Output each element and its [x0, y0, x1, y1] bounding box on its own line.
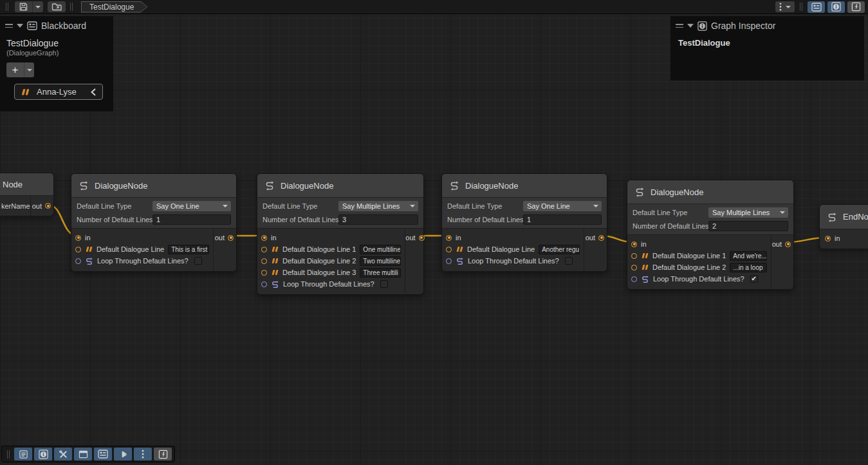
blackboard-panel: Blackboard TestDialogue (DialogueGraph) …	[0, 16, 113, 111]
out-port[interactable]	[419, 235, 425, 241]
loop-icon	[456, 257, 464, 265]
dropdown-arrow-icon	[35, 6, 41, 8]
graph-inspector-toggle-button[interactable]	[827, 1, 845, 13]
in-port[interactable]	[75, 235, 81, 241]
node-header[interactable]: DialogueNode	[71, 174, 236, 198]
dialogue-node-1[interactable]: DialogueNode Default Line Type Say One L…	[71, 173, 237, 272]
save-button[interactable]	[15, 1, 33, 12]
in-port[interactable]	[261, 235, 267, 241]
graph-canvas[interactable]: Node kerName out DialogueNode Default Li…	[0, 0, 868, 465]
more-options-button[interactable]	[134, 448, 152, 460]
node-header[interactable]: EndNode	[820, 205, 868, 229]
line-type-dropdown[interactable]: Say Multiple Lines	[338, 201, 418, 211]
num-lines-field[interactable]: 1	[152, 214, 231, 225]
num-lines-field[interactable]: 2	[708, 221, 788, 231]
panel-drag-handle-icon[interactable]	[676, 24, 683, 28]
window-toggle-button[interactable]	[74, 448, 92, 460]
dialogue-node-icon	[827, 212, 837, 222]
out-port[interactable]	[45, 203, 51, 209]
out-port[interactable]	[228, 235, 234, 241]
node-header[interactable]: DialogueNode	[257, 174, 423, 198]
loop-port[interactable]	[631, 276, 637, 282]
toolbar-separator	[800, 3, 802, 11]
line-port[interactable]	[446, 247, 452, 252]
dialogue-line-field[interactable]: ...in a loop	[730, 263, 767, 272]
line-port[interactable]	[631, 253, 637, 259]
live-preview-toggle-button[interactable]	[154, 448, 172, 460]
line-port[interactable]	[261, 270, 267, 276]
in-port[interactable]	[825, 236, 831, 242]
in-port[interactable]	[631, 242, 637, 247]
dialogue-line-field[interactable]: Three multili	[360, 268, 401, 278]
field-value: Two multiline	[363, 258, 400, 265]
end-node[interactable]: EndNode in	[819, 204, 868, 249]
chevron-left-icon[interactable]	[90, 88, 97, 96]
node-header[interactable]: Node	[0, 173, 53, 196]
collapse-arrow-icon[interactable]	[17, 24, 23, 28]
quote-icon	[21, 88, 30, 97]
dialogue-line-field[interactable]: And we're...	[730, 251, 767, 261]
dropdown-arrow-icon	[27, 69, 32, 71]
node-title: DialogueNode	[465, 181, 518, 191]
speaker-node[interactable]: Node kerName out	[0, 173, 54, 216]
loop-checkbox[interactable]	[194, 257, 202, 265]
field-value: Another regu	[542, 246, 579, 253]
loop-checkbox[interactable]	[380, 280, 388, 288]
loop-port[interactable]	[446, 258, 452, 264]
line-port[interactable]	[261, 258, 267, 264]
add-property-button[interactable]: +	[6, 62, 24, 77]
panel-drag-handle-icon[interactable]	[5, 24, 13, 28]
live-preview-toggle-button[interactable]	[847, 1, 865, 13]
console-icon	[19, 450, 28, 459]
loop-label: Loop Through Default Lines?	[97, 257, 189, 265]
line-type-dropdown[interactable]: Say One Line	[152, 201, 231, 211]
lightning-icon	[158, 450, 168, 459]
save-options-button[interactable]	[33, 1, 43, 12]
in-port[interactable]	[446, 235, 452, 241]
loop-checkbox[interactable]: ✔	[750, 275, 758, 283]
dialogue-node-2[interactable]: DialogueNode Default Line Type Say Multi…	[257, 173, 424, 295]
line-type-dropdown[interactable]: Say One Line	[523, 201, 602, 211]
num-lines-field[interactable]: 1	[523, 214, 602, 225]
dialogue-node-3[interactable]: DialogueNode Default Line Type Say One L…	[441, 173, 607, 272]
inspector-toggle-button[interactable]	[34, 448, 52, 460]
blackboard-item-anna-lyse[interactable]: Anna-Lyse	[14, 84, 103, 100]
out-port[interactable]	[598, 235, 604, 241]
prop-label: Number of Default Lines	[263, 216, 338, 223]
node-header[interactable]: DialogueNode	[627, 180, 793, 204]
num-lines-field[interactable]: 3	[338, 214, 418, 225]
prop-label: Default Line Type	[633, 209, 708, 216]
view-options-button[interactable]	[775, 1, 795, 12]
tools-toggle-button[interactable]	[54, 448, 72, 460]
line-port[interactable]	[261, 247, 267, 252]
loop-checkbox[interactable]	[565, 257, 573, 265]
line-type-dropdown[interactable]: Say Multiple Lines	[708, 207, 788, 218]
open-folder-icon	[51, 3, 62, 12]
tab-testdialogue[interactable]: TestDialogue	[81, 1, 147, 13]
node-header[interactable]: DialogueNode	[442, 174, 607, 198]
top-toolbar: TestDialogue	[0, 0, 868, 14]
dialogue-line-field[interactable]: Another regu	[539, 245, 580, 254]
loop-port[interactable]	[261, 281, 267, 287]
blackboard-toggle-button[interactable]	[94, 448, 112, 460]
collapse-arrow-icon[interactable]	[687, 24, 694, 28]
line-port[interactable]	[631, 265, 637, 270]
line-port[interactable]	[75, 247, 81, 252]
info-icon	[697, 21, 707, 31]
dialogue-line-field[interactable]: One multiline	[360, 245, 401, 254]
prop-label: Number of Default Lines	[77, 216, 152, 223]
out-port[interactable]	[785, 242, 791, 247]
toolbar-drag-handle[interactable]	[7, 450, 10, 459]
node-title: DialogueNode	[281, 181, 333, 191]
dialogue-line-field[interactable]: Two multiline	[360, 256, 401, 266]
preview-toggle-button[interactable]	[114, 448, 132, 460]
blackboard-toggle-button[interactable]	[808, 1, 825, 13]
loop-port[interactable]	[75, 258, 81, 264]
toolbar-separator	[70, 3, 73, 11]
in-port-label: in	[835, 234, 840, 242]
add-property-options-button[interactable]	[24, 62, 34, 77]
dialogue-line-field[interactable]: This is a first	[168, 245, 209, 254]
console-toggle-button[interactable]	[14, 448, 32, 460]
dialogue-node-4[interactable]: DialogueNode Default Line Type Say Multi…	[627, 180, 794, 290]
open-asset-button[interactable]	[48, 1, 66, 12]
